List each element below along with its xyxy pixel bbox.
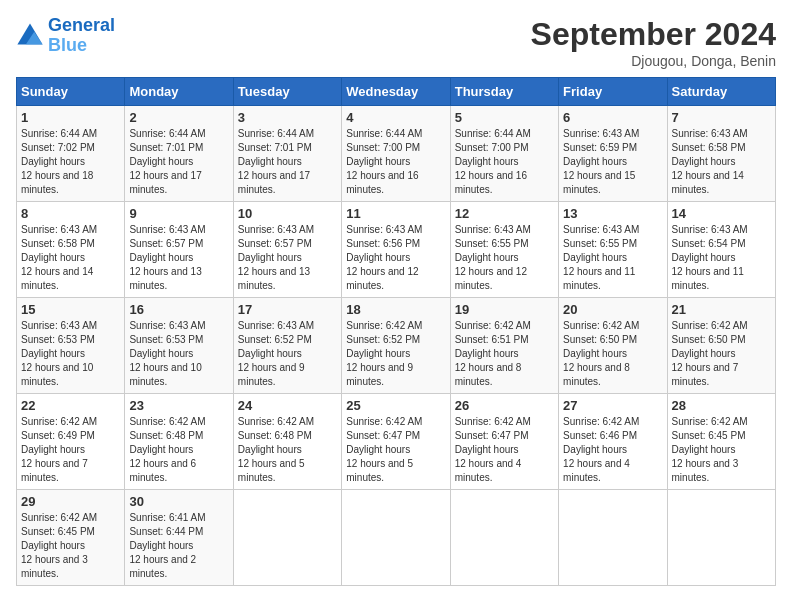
calendar-cell: 19 Sunrise: 6:42 AM Sunset: 6:51 PM Dayl… (450, 298, 558, 394)
weekday-header-row: Sunday Monday Tuesday Wednesday Thursday… (17, 78, 776, 106)
day-number: 11 (346, 206, 445, 221)
day-info: Sunrise: 6:43 AM Sunset: 6:57 PM Dayligh… (129, 223, 228, 293)
day-number: 30 (129, 494, 228, 509)
day-info: Sunrise: 6:42 AM Sunset: 6:48 PM Dayligh… (129, 415, 228, 485)
col-thursday: Thursday (450, 78, 558, 106)
day-number: 24 (238, 398, 337, 413)
day-number: 19 (455, 302, 554, 317)
calendar-cell: 15 Sunrise: 6:43 AM Sunset: 6:53 PM Dayl… (17, 298, 125, 394)
day-number: 10 (238, 206, 337, 221)
day-number: 20 (563, 302, 662, 317)
day-number: 7 (672, 110, 771, 125)
calendar-cell: 30 Sunrise: 6:41 AM Sunset: 6:44 PM Dayl… (125, 490, 233, 586)
page-header: General Blue September 2024 Djougou, Don… (16, 16, 776, 69)
day-info: Sunrise: 6:43 AM Sunset: 6:55 PM Dayligh… (563, 223, 662, 293)
day-info: Sunrise: 6:44 AM Sunset: 7:02 PM Dayligh… (21, 127, 120, 197)
logo-icon (16, 22, 44, 50)
day-number: 15 (21, 302, 120, 317)
day-info: Sunrise: 6:42 AM Sunset: 6:47 PM Dayligh… (346, 415, 445, 485)
calendar-week-row: 8 Sunrise: 6:43 AM Sunset: 6:58 PM Dayli… (17, 202, 776, 298)
day-number: 4 (346, 110, 445, 125)
day-info: Sunrise: 6:43 AM Sunset: 6:59 PM Dayligh… (563, 127, 662, 197)
calendar-cell: 17 Sunrise: 6:43 AM Sunset: 6:52 PM Dayl… (233, 298, 341, 394)
day-number: 28 (672, 398, 771, 413)
calendar-cell: 28 Sunrise: 6:42 AM Sunset: 6:45 PM Dayl… (667, 394, 775, 490)
calendar-cell: 2 Sunrise: 6:44 AM Sunset: 7:01 PM Dayli… (125, 106, 233, 202)
calendar-cell (233, 490, 341, 586)
col-wednesday: Wednesday (342, 78, 450, 106)
calendar-week-row: 15 Sunrise: 6:43 AM Sunset: 6:53 PM Dayl… (17, 298, 776, 394)
col-friday: Friday (559, 78, 667, 106)
day-number: 18 (346, 302, 445, 317)
day-number: 6 (563, 110, 662, 125)
calendar-cell: 22 Sunrise: 6:42 AM Sunset: 6:49 PM Dayl… (17, 394, 125, 490)
day-number: 16 (129, 302, 228, 317)
day-number: 17 (238, 302, 337, 317)
calendar-cell: 5 Sunrise: 6:44 AM Sunset: 7:00 PM Dayli… (450, 106, 558, 202)
calendar-cell: 14 Sunrise: 6:43 AM Sunset: 6:54 PM Dayl… (667, 202, 775, 298)
day-info: Sunrise: 6:42 AM Sunset: 6:50 PM Dayligh… (563, 319, 662, 389)
day-info: Sunrise: 6:43 AM Sunset: 6:53 PM Dayligh… (21, 319, 120, 389)
day-number: 1 (21, 110, 120, 125)
calendar-week-row: 22 Sunrise: 6:42 AM Sunset: 6:49 PM Dayl… (17, 394, 776, 490)
day-info: Sunrise: 6:43 AM Sunset: 6:52 PM Dayligh… (238, 319, 337, 389)
calendar-cell: 13 Sunrise: 6:43 AM Sunset: 6:55 PM Dayl… (559, 202, 667, 298)
day-info: Sunrise: 6:42 AM Sunset: 6:50 PM Dayligh… (672, 319, 771, 389)
calendar-cell: 24 Sunrise: 6:42 AM Sunset: 6:48 PM Dayl… (233, 394, 341, 490)
calendar-cell: 29 Sunrise: 6:42 AM Sunset: 6:45 PM Dayl… (17, 490, 125, 586)
day-info: Sunrise: 6:44 AM Sunset: 7:01 PM Dayligh… (129, 127, 228, 197)
day-info: Sunrise: 6:43 AM Sunset: 6:56 PM Dayligh… (346, 223, 445, 293)
month-title: September 2024 (531, 16, 776, 53)
calendar-table: Sunday Monday Tuesday Wednesday Thursday… (16, 77, 776, 586)
day-number: 14 (672, 206, 771, 221)
calendar-cell: 1 Sunrise: 6:44 AM Sunset: 7:02 PM Dayli… (17, 106, 125, 202)
day-info: Sunrise: 6:43 AM Sunset: 6:55 PM Dayligh… (455, 223, 554, 293)
day-info: Sunrise: 6:43 AM Sunset: 6:57 PM Dayligh… (238, 223, 337, 293)
calendar-cell: 26 Sunrise: 6:42 AM Sunset: 6:47 PM Dayl… (450, 394, 558, 490)
calendar-cell: 10 Sunrise: 6:43 AM Sunset: 6:57 PM Dayl… (233, 202, 341, 298)
day-number: 27 (563, 398, 662, 413)
day-number: 8 (21, 206, 120, 221)
col-tuesday: Tuesday (233, 78, 341, 106)
calendar-cell: 11 Sunrise: 6:43 AM Sunset: 6:56 PM Dayl… (342, 202, 450, 298)
calendar-cell: 21 Sunrise: 6:42 AM Sunset: 6:50 PM Dayl… (667, 298, 775, 394)
calendar-cell: 3 Sunrise: 6:44 AM Sunset: 7:01 PM Dayli… (233, 106, 341, 202)
logo-text: General Blue (48, 16, 115, 56)
calendar-cell (667, 490, 775, 586)
calendar-cell: 23 Sunrise: 6:42 AM Sunset: 6:48 PM Dayl… (125, 394, 233, 490)
calendar-week-row: 1 Sunrise: 6:44 AM Sunset: 7:02 PM Dayli… (17, 106, 776, 202)
calendar-body: 1 Sunrise: 6:44 AM Sunset: 7:02 PM Dayli… (17, 106, 776, 586)
day-info: Sunrise: 6:42 AM Sunset: 6:49 PM Dayligh… (21, 415, 120, 485)
day-number: 9 (129, 206, 228, 221)
day-number: 21 (672, 302, 771, 317)
calendar-cell (450, 490, 558, 586)
day-info: Sunrise: 6:43 AM Sunset: 6:53 PM Dayligh… (129, 319, 228, 389)
title-area: September 2024 Djougou, Donga, Benin (531, 16, 776, 69)
day-number: 22 (21, 398, 120, 413)
day-info: Sunrise: 6:43 AM Sunset: 6:58 PM Dayligh… (21, 223, 120, 293)
calendar-cell: 25 Sunrise: 6:42 AM Sunset: 6:47 PM Dayl… (342, 394, 450, 490)
calendar-cell: 4 Sunrise: 6:44 AM Sunset: 7:00 PM Dayli… (342, 106, 450, 202)
day-number: 12 (455, 206, 554, 221)
logo: General Blue (16, 16, 115, 56)
day-info: Sunrise: 6:42 AM Sunset: 6:52 PM Dayligh… (346, 319, 445, 389)
day-number: 3 (238, 110, 337, 125)
calendar-cell: 9 Sunrise: 6:43 AM Sunset: 6:57 PM Dayli… (125, 202, 233, 298)
day-info: Sunrise: 6:42 AM Sunset: 6:47 PM Dayligh… (455, 415, 554, 485)
day-info: Sunrise: 6:42 AM Sunset: 6:45 PM Dayligh… (21, 511, 120, 581)
day-number: 5 (455, 110, 554, 125)
day-number: 26 (455, 398, 554, 413)
calendar-week-row: 29 Sunrise: 6:42 AM Sunset: 6:45 PM Dayl… (17, 490, 776, 586)
day-number: 2 (129, 110, 228, 125)
day-info: Sunrise: 6:44 AM Sunset: 7:00 PM Dayligh… (346, 127, 445, 197)
calendar-cell: 12 Sunrise: 6:43 AM Sunset: 6:55 PM Dayl… (450, 202, 558, 298)
day-info: Sunrise: 6:43 AM Sunset: 6:54 PM Dayligh… (672, 223, 771, 293)
day-info: Sunrise: 6:44 AM Sunset: 7:01 PM Dayligh… (238, 127, 337, 197)
calendar-cell: 7 Sunrise: 6:43 AM Sunset: 6:58 PM Dayli… (667, 106, 775, 202)
calendar-cell: 27 Sunrise: 6:42 AM Sunset: 6:46 PM Dayl… (559, 394, 667, 490)
day-info: Sunrise: 6:41 AM Sunset: 6:44 PM Dayligh… (129, 511, 228, 581)
day-info: Sunrise: 6:44 AM Sunset: 7:00 PM Dayligh… (455, 127, 554, 197)
day-number: 23 (129, 398, 228, 413)
location: Djougou, Donga, Benin (531, 53, 776, 69)
day-number: 29 (21, 494, 120, 509)
